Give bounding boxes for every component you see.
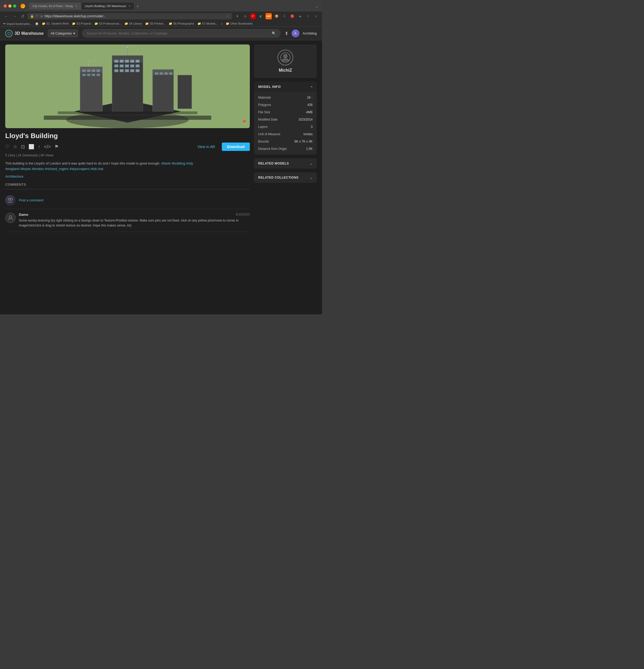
bookmark-photographic[interactable]: 📁 S6.Photographic bbox=[169, 22, 194, 25]
related-collections-header[interactable]: RELATED COLLECTIONS ⌄ bbox=[254, 172, 317, 183]
cookie-icon[interactable]: 🍪 bbox=[274, 13, 280, 19]
sketchup-icon[interactable]: ◈ bbox=[297, 13, 303, 19]
svg-rect-28 bbox=[130, 69, 134, 72]
bookmark-overflow[interactable]: » bbox=[221, 22, 223, 25]
minimize-button[interactable] bbox=[9, 4, 12, 8]
search-input[interactable] bbox=[87, 31, 269, 35]
model-category[interactable]: Architecture bbox=[5, 174, 250, 179]
download-button[interactable]: Download bbox=[222, 143, 250, 151]
post-comment-link[interactable]: Post a comment bbox=[19, 198, 43, 202]
address-url[interactable]: https://3dwarehouse.sketchup.com/model/.… bbox=[44, 14, 225, 18]
tab-lloyds-close[interactable]: ✕ bbox=[128, 4, 131, 8]
firefox-icon bbox=[20, 4, 25, 9]
like-icon[interactable]: ♡ bbox=[5, 144, 10, 150]
tag-england[interactable]: #england bbox=[5, 167, 19, 171]
view-ar-button[interactable]: View in AR bbox=[193, 143, 219, 151]
user-avatar[interactable]: A bbox=[292, 30, 299, 38]
collapse-icon[interactable]: − bbox=[310, 85, 312, 89]
svg-rect-41 bbox=[44, 116, 211, 120]
likes-count: 5 Likes bbox=[5, 154, 15, 157]
header-right: ⬆ A Archiblog bbox=[284, 30, 317, 38]
bookmark-import[interactable]: ⬅ Import bookmarks... bbox=[3, 22, 32, 25]
bookmark-student-work[interactable]: 📁 S1. Student Work bbox=[42, 22, 69, 25]
tab-city-close[interactable]: ✕ bbox=[74, 4, 78, 8]
collection-icon[interactable]: ⊡ bbox=[21, 144, 25, 150]
svg-rect-5 bbox=[82, 70, 86, 72]
logo-text: 3D Warehouse bbox=[15, 31, 44, 36]
bookmark-other[interactable]: 📁 Other Bookmarks bbox=[226, 22, 253, 25]
bookmark-home[interactable]: 🏠 bbox=[35, 22, 39, 25]
forward-button[interactable]: → bbox=[12, 13, 18, 19]
bookmark-library[interactable]: 📁 S4.Library bbox=[125, 22, 142, 25]
comments-section: COMMENTS Post a comment bbox=[5, 183, 250, 232]
vpn-icon[interactable]: ◐ bbox=[258, 13, 264, 19]
info-row-layers: Layers 3 bbox=[254, 123, 317, 130]
adblock-icon[interactable]: ABP bbox=[266, 13, 272, 19]
user-name[interactable]: Archiblog bbox=[303, 31, 317, 35]
share-action-icon[interactable]: ↑ bbox=[38, 144, 40, 150]
comment-body: Damo 8/15/2010 Some wonky texturing (try… bbox=[19, 213, 250, 228]
pocket-icon[interactable]: ◎ bbox=[242, 13, 248, 19]
comment-row: Damo 8/15/2010 Some wonky texturing (try… bbox=[5, 209, 250, 232]
model-title: Lloyd's Building bbox=[5, 132, 250, 140]
bookmark-star-icon[interactable]: ☆ bbox=[226, 14, 229, 18]
tab-add-button[interactable]: + bbox=[135, 3, 141, 10]
copy-icon[interactable]: ⬜ bbox=[28, 144, 34, 150]
tag-skyscrapers[interactable]: #skyscrapers bbox=[70, 167, 90, 171]
bookmark-projects[interactable]: 📁 S2.Projects bbox=[72, 22, 91, 25]
main-content: 📍 Lloyd's Building ♡ ☆ ⊡ ⬜ ↑ </> ⚑ bbox=[0, 40, 322, 236]
address-bar[interactable]: 🔒 🛡 ⊕ https://3dwarehouse.sketchup.com/m… bbox=[27, 13, 232, 19]
tag-city[interactable]: #city bbox=[186, 161, 193, 165]
bookmark-models[interactable]: 📁 S7.Models... bbox=[197, 22, 218, 25]
pinterest-icon[interactable]: P bbox=[250, 13, 256, 19]
star-icon[interactable]: ☆ bbox=[13, 144, 17, 150]
tag-building[interactable]: #building bbox=[172, 161, 185, 165]
svg-rect-32 bbox=[155, 72, 158, 75]
close-button[interactable] bbox=[4, 4, 7, 8]
svg-rect-20 bbox=[114, 65, 118, 68]
app-logo[interactable]: ⬡ 3D Warehouse bbox=[5, 30, 44, 37]
category-label: All Categories bbox=[51, 31, 72, 35]
comments-title: COMMENTS bbox=[5, 183, 250, 189]
search-bar[interactable]: 🔍 bbox=[82, 29, 280, 38]
upload-button[interactable]: ⬆ bbox=[284, 31, 289, 37]
flag-icon[interactable]: ⚑ bbox=[54, 144, 59, 150]
tag-richard-rogers[interactable]: #richard_rogers bbox=[45, 167, 69, 171]
filesize-label: File Size bbox=[258, 110, 270, 114]
tag-lloyds[interactable]: #lloyds bbox=[20, 167, 31, 171]
tag-bank[interactable]: #bank bbox=[162, 161, 170, 165]
svg-point-44 bbox=[11, 198, 13, 200]
author-avatar[interactable] bbox=[278, 50, 293, 66]
badge-icon[interactable]: 🔴 bbox=[289, 13, 295, 19]
svg-rect-42 bbox=[58, 111, 197, 114]
related-models-header[interactable]: RELATED MODELS ⌄ bbox=[254, 158, 317, 169]
sync-icon[interactable]: ⬇ bbox=[234, 13, 240, 19]
info-row-filesize: File Size 4MB bbox=[254, 109, 317, 116]
embed-icon[interactable]: </> bbox=[44, 144, 51, 150]
share-icon[interactable]: ↗ bbox=[305, 13, 311, 19]
bookmark-printed[interactable]: 📁 S5.Printed... bbox=[145, 22, 166, 25]
bookmark-professional[interactable]: 📁 S3.Professional... bbox=[95, 22, 121, 25]
extensions-icon[interactable]: ⠿ bbox=[281, 13, 288, 19]
tab-city[interactable]: City Cluster, Kit of Parts - Desig ✕ bbox=[29, 3, 81, 10]
tag-london[interactable]: #london bbox=[32, 167, 44, 171]
tab-lloyds[interactable]: Lloyd's Building | 3D Warehouse ✕ bbox=[82, 3, 134, 10]
author-name[interactable]: MichiZ bbox=[259, 68, 311, 73]
menu-icon[interactable]: ≡ bbox=[312, 13, 319, 19]
reload-button[interactable]: ↺ bbox=[20, 13, 25, 19]
info-row-materials[interactable]: Materials 18 › bbox=[254, 94, 317, 101]
bookmarks-bar: ⬅ Import bookmarks... 🏠 📁 S1. Student Wo… bbox=[0, 21, 322, 27]
downloads-count: 1K Downloads bbox=[18, 154, 38, 157]
model-info-card: MODEL INFO − Materials 18 › Polygons bbox=[254, 82, 317, 155]
tag-uk[interactable]: #uk bbox=[98, 167, 103, 171]
tab-overflow-button[interactable]: ⌄ bbox=[315, 4, 318, 9]
search-icon[interactable]: 🔍 bbox=[272, 31, 276, 35]
svg-rect-35 bbox=[169, 72, 172, 75]
tag-tsb[interactable]: #tsb bbox=[90, 167, 97, 171]
model-preview: 📍 bbox=[5, 44, 250, 128]
maximize-button[interactable] bbox=[13, 4, 16, 8]
svg-point-43 bbox=[9, 198, 11, 200]
category-dropdown[interactable]: All Categories ▾ bbox=[48, 30, 78, 37]
back-button[interactable]: ← bbox=[3, 13, 10, 19]
distance-value: 1.5K bbox=[306, 147, 312, 151]
